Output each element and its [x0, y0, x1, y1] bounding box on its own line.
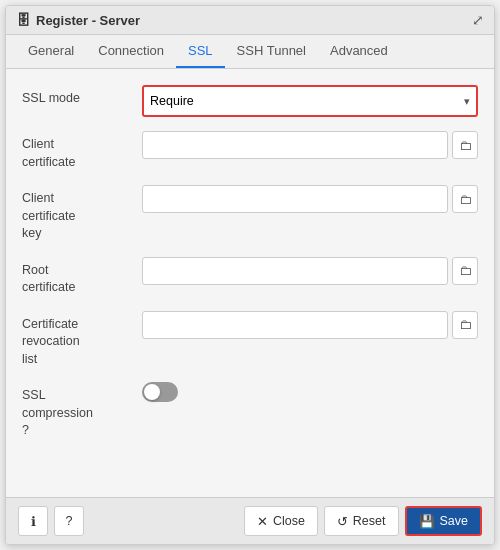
tab-ssh-tunnel[interactable]: SSH Tunnel — [225, 35, 318, 68]
folder-icon: 🗀 — [459, 192, 472, 207]
form-content: SSL mode Require Allow Prefer Disable Ve… — [6, 69, 494, 497]
folder-icon: 🗀 — [459, 138, 472, 153]
footer: ℹ ? ✕ Close ↺ Reset 💾 Save — [6, 497, 494, 544]
titlebar: 🗄 Register - Server ⤢ — [6, 6, 494, 35]
root-cert-label: Rootcertificate — [22, 257, 142, 297]
titlebar-left: 🗄 Register - Server — [16, 12, 140, 28]
folder-icon: 🗀 — [459, 263, 472, 278]
ssl-compression-control — [142, 382, 478, 402]
cert-revocation-input[interactable] — [142, 311, 448, 339]
client-cert-control: 🗀 — [142, 131, 478, 159]
client-cert-row: Clientcertificate 🗀 — [22, 131, 478, 171]
client-cert-key-input[interactable] — [142, 185, 448, 213]
root-cert-row: Rootcertificate 🗀 — [22, 257, 478, 297]
tab-bar: General Connection SSL SSH Tunnel Advanc… — [6, 35, 494, 69]
ssl-compression-toggle[interactable] — [142, 382, 178, 402]
close-button[interactable]: ✕ Close — [244, 506, 318, 536]
ssl-compression-row: SSLcompression? — [22, 382, 478, 440]
reset-button[interactable]: ↺ Reset — [324, 506, 399, 536]
reset-icon: ↺ — [337, 514, 348, 529]
server-icon: 🗄 — [16, 12, 30, 28]
close-icon: ✕ — [257, 514, 268, 529]
save-icon: 💾 — [419, 514, 435, 529]
expand-icon[interactable]: ⤢ — [472, 12, 484, 28]
help-button[interactable]: ? — [54, 506, 84, 536]
cert-revocation-browse-button[interactable]: 🗀 — [452, 311, 478, 339]
ssl-compression-toggle-wrapper — [142, 382, 178, 402]
cert-revocation-label: Certificaterevocationlist — [22, 311, 142, 369]
client-cert-browse-button[interactable]: 🗀 — [452, 131, 478, 159]
tab-advanced[interactable]: Advanced — [318, 35, 400, 68]
reset-label: Reset — [353, 514, 386, 528]
close-label: Close — [273, 514, 305, 528]
client-cert-key-control: 🗀 — [142, 185, 478, 213]
ssl-mode-row: SSL mode Require Allow Prefer Disable Ve… — [22, 85, 478, 117]
info-icon: ℹ — [31, 514, 36, 529]
client-cert-key-label: Clientcertificatekey — [22, 185, 142, 243]
info-button[interactable]: ℹ — [18, 506, 48, 536]
client-cert-label: Clientcertificate — [22, 131, 142, 171]
toggle-knob — [144, 384, 160, 400]
client-cert-key-browse-button[interactable]: 🗀 — [452, 185, 478, 213]
client-cert-key-row: Clientcertificatekey 🗀 — [22, 185, 478, 243]
ssl-mode-control: Require Allow Prefer Disable Verify-CA V… — [142, 85, 478, 117]
root-cert-control: 🗀 — [142, 257, 478, 285]
register-server-window: 🗄 Register - Server ⤢ General Connection… — [5, 5, 495, 545]
tab-connection[interactable]: Connection — [86, 35, 176, 68]
ssl-mode-label: SSL mode — [22, 85, 142, 108]
window-title: Register - Server — [36, 13, 140, 28]
client-cert-input[interactable] — [142, 131, 448, 159]
help-icon: ? — [66, 514, 73, 528]
save-button[interactable]: 💾 Save — [405, 506, 483, 536]
save-label: Save — [440, 514, 469, 528]
tab-general[interactable]: General — [16, 35, 86, 68]
tab-ssl[interactable]: SSL — [176, 35, 225, 68]
root-cert-browse-button[interactable]: 🗀 — [452, 257, 478, 285]
ssl-mode-select[interactable]: Require Allow Prefer Disable Verify-CA V… — [144, 87, 476, 115]
ssl-mode-select-wrapper: Require Allow Prefer Disable Verify-CA V… — [142, 85, 478, 117]
cert-revocation-row: Certificaterevocationlist 🗀 — [22, 311, 478, 369]
root-cert-input[interactable] — [142, 257, 448, 285]
ssl-compression-label: SSLcompression? — [22, 382, 142, 440]
footer-right-buttons: ✕ Close ↺ Reset 💾 Save — [244, 506, 482, 536]
folder-icon: 🗀 — [459, 317, 472, 332]
cert-revocation-control: 🗀 — [142, 311, 478, 339]
footer-left-buttons: ℹ ? — [18, 506, 84, 536]
